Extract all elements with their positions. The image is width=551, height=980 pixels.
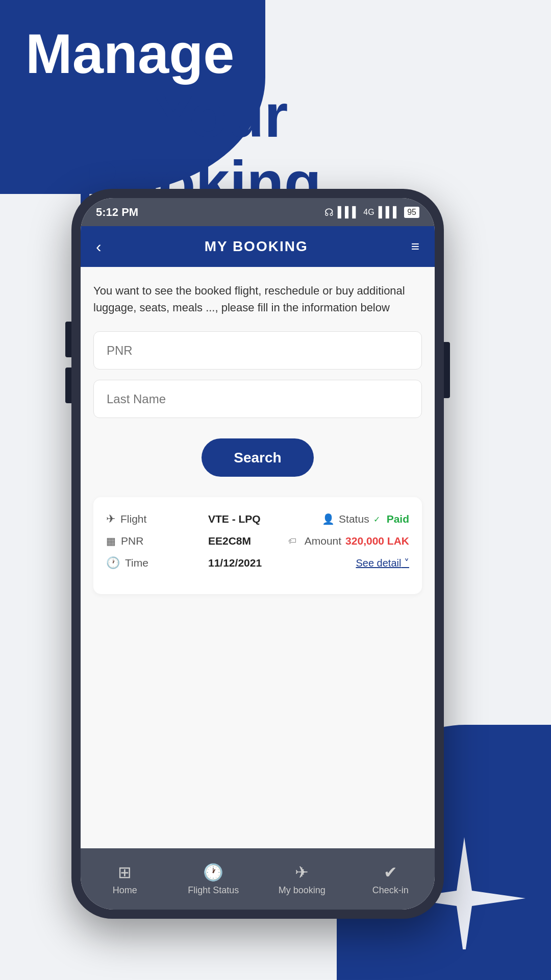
hero-your-text: Your (153, 82, 321, 149)
checkin-icon: ✔ (384, 863, 397, 882)
pnr-value: EE2C8M (208, 535, 251, 547)
booking-pnr-row: ▦ PNR EE2C8M 🏷 Amount 320,000 LAK (106, 535, 409, 547)
amount-value: 320,000 LAK (345, 535, 409, 547)
bottom-navigation: ⊞ Home 🕐 Flight Status ✈ My booking ✔ Ch… (81, 848, 435, 910)
page-title: MY BOOKING (205, 238, 308, 255)
nav-my-booking[interactable]: ✈ My booking (258, 863, 346, 896)
my-booking-icon: ✈ (295, 863, 309, 882)
tag-icon: 🏷 (288, 536, 296, 546)
pnr-label: PNR (121, 535, 143, 547)
status-label: Status (339, 513, 369, 525)
status-time: 5:12 PM (96, 206, 138, 219)
home-icon: ⊞ (118, 863, 132, 882)
bluetooth-icon: ☊ (324, 206, 334, 218)
status-icons: ☊ ▌▌▌ 4G ▌▌▌ 95 (324, 206, 419, 218)
pnr-input[interactable] (93, 331, 422, 370)
last-name-input[interactable] (93, 380, 422, 418)
nav-checkin[interactable]: ✔ Check-in (346, 863, 435, 896)
volume-down-button (65, 368, 71, 403)
network-icon: 4G (363, 208, 374, 217)
checkin-label: Check-in (372, 885, 409, 896)
pnr-icon: ▦ (106, 535, 116, 547)
menu-button[interactable]: ≡ (411, 238, 419, 255)
flight-label: Flight (120, 513, 146, 525)
app-content: You want to see the booked flight, resch… (81, 267, 435, 848)
my-booking-label: My booking (279, 885, 325, 896)
volume-up-button (65, 322, 71, 357)
time-value: 11/12/2021 (208, 557, 262, 569)
phone-mockup: 5:12 PM ☊ ▌▌▌ 4G ▌▌▌ 95 ‹ MY BOOKING ≡ Y… (71, 189, 444, 919)
amount-label: Amount (305, 535, 341, 547)
hero-manage-text: Manage (26, 26, 321, 82)
home-label: Home (113, 885, 137, 896)
hero-section: Manage Your Booking (26, 26, 321, 216)
flight-icon: ✈ (106, 512, 115, 526)
back-button[interactable]: ‹ (96, 237, 102, 256)
nav-flight-status[interactable]: 🕐 Flight Status (169, 863, 258, 896)
status-value: Paid (387, 513, 409, 525)
paid-check-icon: ✓ (373, 514, 380, 524)
status-bar: 5:12 PM ☊ ▌▌▌ 4G ▌▌▌ 95 (81, 198, 435, 226)
nav-home[interactable]: ⊞ Home (81, 863, 169, 896)
power-button (444, 342, 450, 398)
wifi-icon: ▌▌▌ (379, 206, 400, 218)
battery-icon: 95 (404, 207, 419, 218)
person-icon: 👤 (322, 513, 335, 525)
booking-card: ✈ Flight VTE - LPQ 👤 Status ✓ Paid (93, 497, 422, 594)
booking-time-row: 🕐 Time 11/12/2021 See detail ˅ (106, 556, 409, 570)
description-text: You want to see the booked flight, resch… (93, 282, 422, 316)
signal-icon: ▌▌▌ (338, 206, 360, 218)
time-label: Time (125, 557, 148, 569)
app-header: ‹ MY BOOKING ≡ (81, 226, 435, 267)
booking-flight-row: ✈ Flight VTE - LPQ 👤 Status ✓ Paid (106, 512, 409, 526)
search-button[interactable]: Search (202, 438, 314, 477)
flight-status-icon: 🕐 (203, 863, 223, 882)
flight-value: VTE - LPQ (208, 513, 261, 525)
see-detail-link[interactable]: See detail ˅ (356, 557, 409, 569)
flight-status-label: Flight Status (188, 885, 239, 896)
time-icon: 🕐 (106, 556, 120, 570)
